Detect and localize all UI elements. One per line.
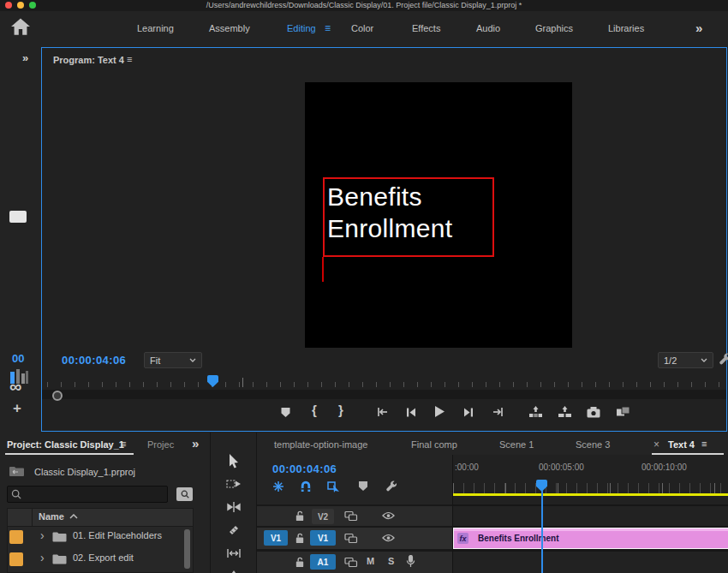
project-panel-tab[interactable]: Project: Classic Display_1 — [7, 439, 124, 450]
search-input[interactable] — [25, 488, 157, 500]
track-output-eye-icon[interactable] — [382, 511, 395, 520]
snap-magnet-icon[interactable] — [300, 480, 312, 492]
monitor-settings-wrench-icon[interactable] — [719, 353, 728, 366]
workspace-menu-icon[interactable]: ≡ — [325, 24, 331, 33]
zoom-level-select[interactable]: Fit — [144, 352, 202, 368]
nest-sequences-icon[interactable] — [272, 480, 284, 492]
go-to-in-button[interactable] — [372, 403, 392, 421]
expand-chevron-icon[interactable]: › — [40, 528, 45, 542]
track-target-a1[interactable]: A1 — [310, 554, 336, 570]
track-v1-lane[interactable]: fx Benefits Enrollment — [453, 528, 728, 549]
track-label-v2[interactable]: V2 — [312, 509, 334, 524]
sequence-tab-template-option-image[interactable]: template-option-image — [274, 439, 367, 450]
track-lock-icon[interactable] — [295, 510, 305, 522]
timeline-timecode[interactable]: 00:00:04:06 — [272, 463, 337, 475]
home-button[interactable] — [11, 18, 30, 35]
project-panel-overflow-chevron-icon[interactable]: » — [192, 436, 199, 451]
workspace-tab-editing[interactable]: Editing — [287, 23, 316, 33]
work-area-bar[interactable] — [453, 493, 728, 496]
export-frame-button[interactable] — [583, 403, 604, 421]
strip-overflow-chevron-icon[interactable]: » — [22, 51, 28, 64]
timeline-content[interactable]: :00:00 00:00:05:00 00:00:10:00 fx Benefi… — [452, 455, 728, 573]
razor-tool-button[interactable] — [222, 522, 246, 539]
program-ruler[interactable] — [47, 375, 723, 387]
sequence-tab-scene-1[interactable]: Scene 1 — [499, 439, 534, 450]
bin-row-export-edit[interactable]: › 02. Export edit — [8, 548, 193, 570]
play-button[interactable] — [429, 402, 450, 421]
playback-resolution-select[interactable]: 1/2 — [658, 352, 713, 368]
solo-track-button[interactable]: S — [388, 556, 394, 566]
project-file-name[interactable]: Classic Display_1.prproj — [34, 467, 135, 477]
sequence-tab-text-4[interactable]: Text 4 — [668, 439, 695, 450]
workspace-tab-libraries[interactable]: Libraries — [608, 23, 644, 33]
sync-lock-icon[interactable] — [344, 557, 358, 568]
lift-button[interactable] — [525, 403, 546, 421]
sequence-tab-scene-3[interactable]: Scene 3 — [576, 439, 610, 450]
linked-selection-icon[interactable] — [327, 480, 340, 492]
close-tab-icon[interactable]: × — [653, 439, 659, 451]
track-v2-lane[interactable] — [453, 506, 728, 526]
track-header-v1[interactable]: V1 V1 — [257, 528, 452, 549]
go-to-out-button[interactable] — [488, 403, 509, 421]
workspace-overflow-chevron-icon[interactable]: » — [695, 21, 702, 35]
program-panel-menu-icon[interactable]: ≡ — [127, 55, 132, 64]
add-marker-button[interactable] — [275, 403, 295, 421]
label-color-chip[interactable] — [9, 530, 23, 544]
voiceover-mic-icon[interactable] — [406, 555, 415, 568]
list-header-row[interactable]: Name — [8, 509, 193, 527]
workspace-tab-color[interactable]: Color — [351, 23, 373, 33]
track-header-v2[interactable]: V2 — [257, 506, 452, 526]
program-zoom-scrollbar[interactable] — [42, 390, 726, 399]
track-lock-icon[interactable] — [295, 557, 305, 568]
project-panel-menu-icon[interactable]: ≡ — [121, 439, 126, 449]
track-a1-lane[interactable] — [453, 552, 728, 573]
track-target-v1[interactable]: V1 — [310, 530, 336, 546]
workspace-tab-graphics[interactable]: Graphics — [535, 23, 573, 33]
track-lock-icon[interactable] — [295, 533, 305, 544]
list-scrollbar[interactable] — [184, 529, 190, 569]
program-video-canvas[interactable]: Benefits Enrollment — [305, 82, 572, 348]
project-panel-tab-next[interactable]: Projec — [147, 439, 174, 450]
workspace-tab-effects[interactable]: Effects — [412, 23, 440, 33]
timeline-panel-menu-icon[interactable]: ≡ — [701, 439, 707, 449]
track-header-a1[interactable]: A1 M S — [257, 552, 452, 573]
text-selection-box[interactable]: Benefits Enrollment — [323, 177, 494, 257]
selection-tool-button[interactable] — [222, 452, 246, 469]
step-back-button[interactable] — [400, 403, 421, 421]
workspace-tab-assembly[interactable]: Assembly — [209, 23, 250, 33]
sync-lock-icon[interactable] — [344, 510, 358, 522]
bin-row-edit-placeholders[interactable]: › 01. Edit Placeholders — [8, 526, 193, 548]
step-forward-button[interactable] — [459, 403, 480, 421]
label-color-chip[interactable] — [9, 552, 23, 566]
track-select-forward-tool-button[interactable] — [222, 475, 246, 492]
program-timecode[interactable]: 00:00:04:06 — [62, 354, 126, 367]
search-field[interactable] — [7, 486, 168, 503]
pen-tool-button[interactable] — [222, 568, 246, 573]
mute-track-button[interactable]: M — [367, 556, 374, 566]
project-home-icon[interactable] — [9, 465, 25, 477]
mark-out-button[interactable]: } — [338, 403, 343, 417]
timeline-ruler-ticks[interactable] — [453, 483, 728, 493]
name-column-header[interactable]: Name — [39, 511, 64, 522]
loop-playback-icon[interactable]: ∞ — [9, 377, 21, 397]
expand-chevron-icon[interactable]: › — [40, 551, 45, 564]
workspace-tab-learning[interactable]: Learning — [137, 23, 174, 33]
zoom-scrollbar-handle[interactable] — [52, 391, 63, 401]
timeline-settings-wrench-icon[interactable] — [385, 480, 397, 492]
slip-tool-button[interactable] — [222, 545, 246, 562]
timeline-marker-icon[interactable] — [358, 480, 368, 492]
track-output-eye-icon[interactable] — [382, 534, 395, 542]
clip-benefits-enrollment[interactable]: fx Benefits Enrollment — [453, 528, 728, 549]
search-bin-button[interactable] — [176, 487, 193, 501]
workspace-tab-audio[interactable]: Audio — [476, 23, 500, 33]
mark-in-button[interactable]: { — [312, 403, 317, 417]
comparison-view-button[interactable] — [612, 403, 633, 421]
collapsed-panel-handle[interactable] — [9, 211, 27, 223]
ripple-edit-tool-button[interactable] — [222, 498, 246, 516]
add-button-editor-icon[interactable]: + — [13, 400, 21, 417]
extract-button[interactable] — [554, 403, 575, 421]
sync-lock-icon[interactable] — [344, 533, 358, 544]
sequence-tab-final-comp[interactable]: Final comp — [411, 439, 457, 450]
program-panel-title[interactable]: Program: Text 4 — [53, 55, 124, 65]
source-patch-v1[interactable]: V1 — [264, 530, 288, 546]
